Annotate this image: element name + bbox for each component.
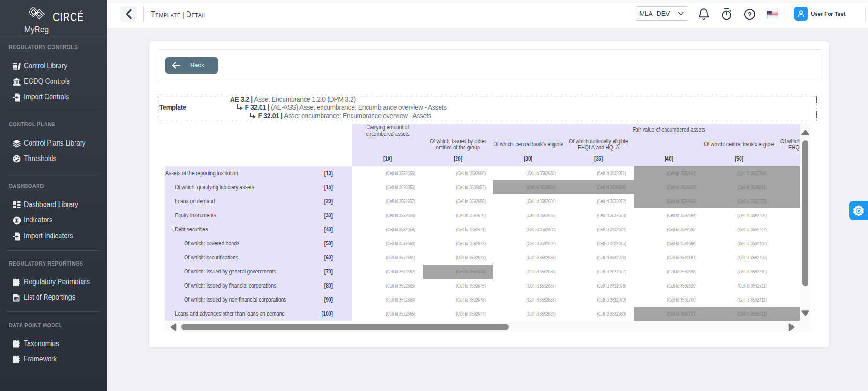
svg-text:?: ? [748, 11, 751, 18]
